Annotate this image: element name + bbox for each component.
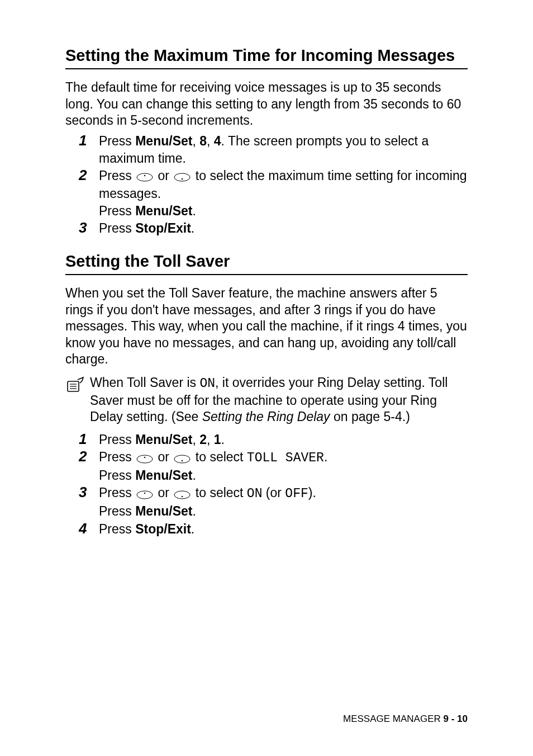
up-arrow-icon (136, 485, 153, 503)
note-text: When Toll Saver is ON, it overrides your… (90, 375, 468, 426)
up-arrow-icon (136, 450, 153, 467)
step-text: Press (99, 432, 135, 447)
mono-on: ON (247, 486, 263, 501)
step-text: , (207, 432, 214, 447)
svg-point-13 (144, 493, 145, 494)
steps-list-max-time: 1 Press Menu/Set, 8, 4. The screen promp… (65, 133, 468, 238)
step-text: or (154, 168, 173, 183)
svg-point-9 (144, 456, 145, 457)
svg-point-14 (174, 491, 190, 499)
svg-point-3 (182, 178, 183, 179)
step-text: Press (99, 468, 135, 483)
step-text: Press (99, 504, 135, 518)
step-text: Press (99, 485, 135, 500)
menu-set-label: Menu/Set (135, 432, 192, 447)
step-text: . (192, 504, 196, 518)
svg-point-15 (182, 496, 183, 497)
step-text: . (221, 432, 225, 447)
step-item: 1 Press Menu/Set, 8, 4. The screen promp… (82, 133, 468, 167)
svg-point-12 (137, 491, 153, 499)
step-text: or (154, 485, 173, 500)
key-label: 2 (199, 432, 207, 447)
step-number: 3 (79, 218, 87, 238)
step-text: or (154, 450, 173, 464)
step-item: 2 Press or to select TOLL SAVER. Press M… (82, 448, 468, 484)
note-icon (65, 376, 85, 398)
step-text: . (191, 522, 194, 536)
stop-exit-label: Stop/Exit (135, 522, 191, 536)
step-item: 3 Press Stop/Exit. (82, 220, 468, 237)
svg-point-2 (174, 173, 190, 181)
key-label: 8 (199, 134, 207, 148)
step-text: , (192, 134, 199, 148)
note-segment: When Toll Saver is (90, 375, 199, 390)
menu-set-label: Menu/Set (135, 204, 192, 218)
svg-point-10 (174, 455, 190, 463)
svg-point-11 (182, 460, 183, 461)
step-text: to select (192, 485, 246, 500)
step-text: Press (99, 204, 135, 218)
step-item: 4 Press Stop/Exit. (82, 521, 468, 538)
svg-point-1 (144, 175, 145, 176)
step-text: , (207, 134, 214, 148)
note-segment: on page 5-4.) (330, 409, 410, 424)
steps-list-toll-saver: 1 Press Menu/Set, 2, 1. 2 Press or to se… (65, 431, 468, 537)
stop-exit-label: Stop/Exit (135, 221, 191, 235)
page-footer: MESSAGE MANAGER 9 - 10 (343, 714, 468, 725)
step-text: , (192, 432, 199, 447)
menu-set-label: Menu/Set (135, 134, 192, 148)
svg-point-0 (137, 173, 153, 181)
step-text: . (191, 221, 194, 235)
step-item: 1 Press Menu/Set, 2, 1. (82, 431, 468, 448)
step-number: 1 (79, 131, 87, 150)
step-text: ). (308, 485, 316, 500)
step-text: Press (99, 134, 135, 148)
step-number: 1 (79, 429, 87, 449)
down-arrow-icon (174, 485, 191, 503)
step-item: 3 Press or to select ON (or OFF). Press … (82, 484, 468, 520)
step-text: Press (99, 522, 135, 536)
down-arrow-icon (174, 168, 191, 185)
mono-off: OFF (285, 486, 308, 501)
step-text: (or (262, 485, 285, 500)
step-number: 4 (79, 519, 87, 538)
page-number: 9 - 10 (444, 714, 468, 724)
intro-paragraph-toll-saver: When you set the Toll Saver feature, the… (65, 285, 468, 367)
step-text: Press (99, 168, 135, 183)
footer-label: MESSAGE MANAGER (343, 714, 443, 724)
step-number: 2 (79, 166, 87, 185)
step-text: Press (99, 450, 135, 464)
step-number: 2 (79, 447, 87, 466)
step-text: . (192, 204, 196, 218)
up-arrow-icon (136, 168, 153, 185)
step-number: 3 (79, 483, 87, 502)
step-text: . (192, 468, 196, 483)
menu-set-label: Menu/Set (135, 468, 192, 483)
intro-paragraph-max-time: The default time for receiving voice mes… (65, 79, 468, 129)
down-arrow-icon (174, 450, 191, 467)
step-text: Press (99, 221, 135, 235)
section-heading-toll-saver: Setting the Toll Saver (65, 252, 468, 275)
svg-point-8 (137, 455, 153, 463)
mono-on: ON (199, 376, 215, 391)
section-heading-max-time: Setting the Maximum Time for Incoming Me… (65, 46, 468, 69)
menu-set-label: Menu/Set (135, 504, 192, 518)
mono-toll-saver: TOLL SAVER (247, 451, 324, 465)
cross-ref: Setting the Ring Delay (202, 409, 330, 424)
key-label: 1 (214, 432, 221, 447)
step-text: to select (192, 450, 246, 464)
step-text: . (324, 450, 327, 464)
step-item: 2 Press or to select the maximum time se… (82, 167, 468, 220)
note-block: When Toll Saver is ON, it overrides your… (65, 375, 468, 426)
key-label: 4 (214, 134, 221, 148)
